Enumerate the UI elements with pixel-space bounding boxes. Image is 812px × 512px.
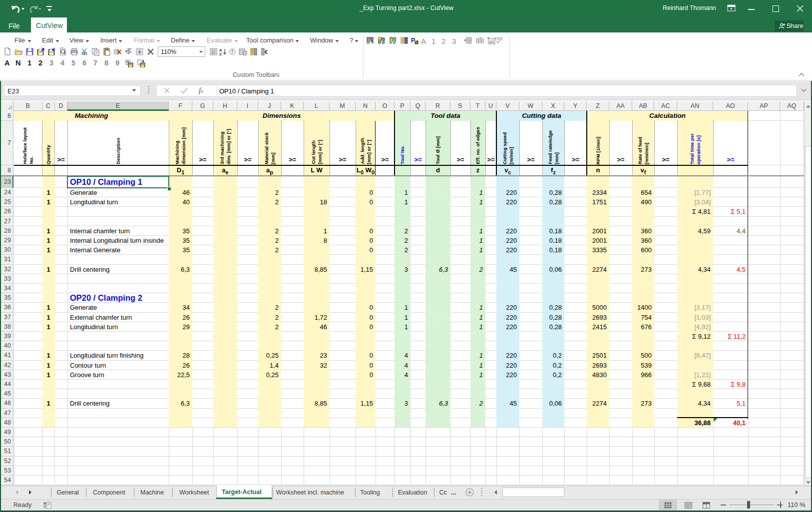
svg-text:d: d (415, 40, 418, 45)
svg-text:P: P (411, 37, 415, 44)
svg-text:!: ! (232, 49, 233, 54)
svg-text:TPR: TPR (494, 36, 503, 41)
svg-text:Z: Z (219, 52, 222, 56)
svg-text:€: € (265, 49, 268, 55)
